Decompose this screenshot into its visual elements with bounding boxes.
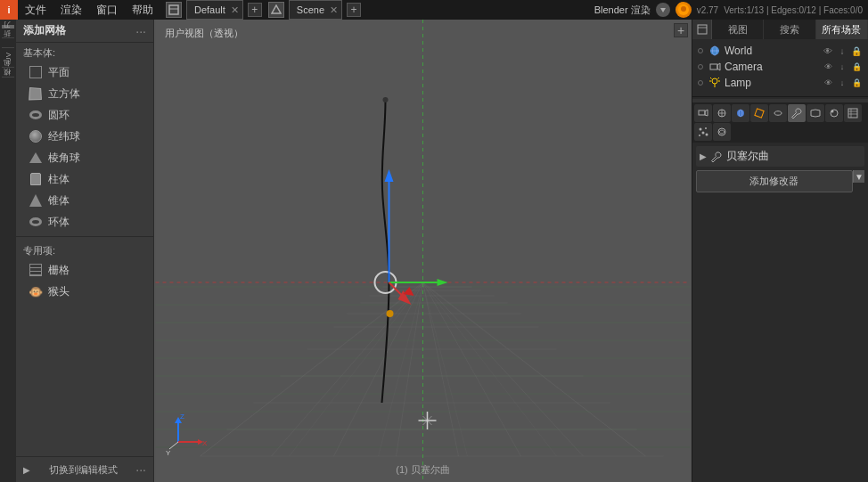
grid-label: 栅格 xyxy=(48,263,70,278)
mesh-item-uvsphere[interactable]: 经纬球 xyxy=(20,127,150,146)
menu-file[interactable]: 文件 xyxy=(18,0,53,20)
mesh-item-cone[interactable]: 锥体 xyxy=(20,191,150,210)
left-panel: 添加网格 ··· 基本体: 平面 立方体 圆环 经纬球 xyxy=(16,20,154,482)
scene-editor-icon[interactable] xyxy=(268,2,284,18)
mesh-item-monkey[interactable]: 🐵 猴头 xyxy=(20,282,150,301)
mesh-item-plane[interactable]: 平面 xyxy=(20,62,150,82)
lamp-icon xyxy=(708,77,721,89)
mesh-item-circle[interactable]: 圆环 xyxy=(20,105,150,125)
lamp-expand xyxy=(698,80,703,86)
camera-vis-2[interactable]: ↓ xyxy=(836,61,848,73)
tab-all-scenes[interactable]: 所有场景 xyxy=(816,20,868,39)
add-modifier-btn[interactable]: 添加修改器 xyxy=(696,170,853,192)
prop-tab-particles[interactable] xyxy=(694,123,712,141)
world-icon xyxy=(708,45,721,57)
svg-line-65 xyxy=(169,442,178,449)
lamp-vis-3[interactable]: 🔒 xyxy=(850,77,863,89)
right-panel: 视图 搜索 所有场景 World 👁 ↓ � xyxy=(692,20,868,482)
tab-search[interactable]: 搜索 xyxy=(764,20,815,39)
scene-item-lamp[interactable]: Lamp 👁 ↓ 🔒 xyxy=(692,75,868,91)
modifier-header[interactable]: ▶ 贝塞尔曲 xyxy=(696,146,864,167)
toolbar-group-5[interactable]: 模 xyxy=(4,80,13,84)
world-vis-3[interactable]: 🔒 xyxy=(850,45,863,57)
menu-render[interactable]: 渲染 xyxy=(53,0,89,20)
svg-point-45 xyxy=(383,97,389,102)
bottom-dots[interactable]: ··· xyxy=(135,462,146,477)
mesh-item-cube[interactable]: 立方体 xyxy=(20,84,150,103)
scene-tab[interactable]: Scene ✕ xyxy=(289,0,342,20)
scene-panel-icon[interactable] xyxy=(692,20,712,39)
prop-tab-scene[interactable] xyxy=(713,104,731,122)
prop-tab-constraints[interactable] xyxy=(769,104,787,122)
cone-icon xyxy=(27,192,45,208)
toolbar-group-4[interactable]: 包 xyxy=(4,70,13,74)
mesh-item-torus[interactable]: 环体 xyxy=(20,212,150,232)
world-vis-2[interactable]: ↓ xyxy=(836,45,848,57)
camera-vis-1[interactable]: 👁 xyxy=(822,61,834,73)
version-label: v2.77 xyxy=(697,5,718,15)
grid-icon xyxy=(27,262,45,278)
svg-text:Y: Y xyxy=(166,449,171,455)
add-tab-btn[interactable]: + xyxy=(248,3,262,17)
prop-tab-world[interactable] xyxy=(732,104,749,122)
renderer-dropdown[interactable] xyxy=(656,3,670,17)
viewport-svg xyxy=(154,20,692,482)
svg-marker-3 xyxy=(660,8,666,12)
toolbar-group-2[interactable]: 折 xyxy=(4,41,13,45)
cylinder-label: 柱体 xyxy=(48,172,70,187)
add-scene-tab-btn[interactable]: + xyxy=(347,3,361,17)
mesh-item-icosphere[interactable]: 棱角球 xyxy=(20,148,150,167)
mesh-item-grid[interactable]: 栅格 xyxy=(20,260,150,280)
default-tab[interactable]: Default ✕ xyxy=(186,0,243,20)
scene-tab-close[interactable]: ✕ xyxy=(330,4,338,16)
top-bar: i 文件 渲染 窗口 帮助 Default ✕ + Scene ✕ + Blen… xyxy=(0,0,868,20)
viewport[interactable]: 用户视图（透视） + Z X Y (1) 贝塞尔曲 xyxy=(154,20,692,482)
menu-window[interactable]: 窗口 xyxy=(89,0,125,20)
world-expand xyxy=(698,48,703,53)
tab-view[interactable]: 视图 xyxy=(712,20,764,39)
camera-expand xyxy=(698,64,703,69)
svg-point-5 xyxy=(681,6,686,12)
scene-item-camera[interactable]: Camera 👁 ↓ 🔒 xyxy=(692,59,868,75)
monkey-label: 猴头 xyxy=(48,284,70,299)
svg-text:X: X xyxy=(202,439,208,447)
lamp-vis-2[interactable]: ↓ xyxy=(836,77,848,89)
add-modifier-dropdown[interactable]: ▼ xyxy=(853,170,864,183)
prop-tab-modifiers[interactable] xyxy=(788,104,806,122)
svg-point-47 xyxy=(387,310,394,317)
mesh-item-cylinder[interactable]: 柱体 xyxy=(20,169,150,189)
left-panel-title: 添加网格 xyxy=(23,23,66,38)
svg-point-98 xyxy=(706,134,708,136)
svg-rect-80 xyxy=(699,110,705,115)
lamp-vis-1[interactable]: 👁 xyxy=(822,77,834,89)
world-icons-right: 👁 ↓ 🔒 xyxy=(822,45,863,57)
toolbar-divider-1 xyxy=(2,25,14,29)
prop-tab-texture[interactable] xyxy=(844,104,862,122)
torus-label: 环体 xyxy=(48,215,70,230)
prop-tab-render[interactable] xyxy=(694,104,712,122)
prop-tab-object[interactable] xyxy=(750,104,768,122)
left-panel-collapse[interactable]: ··· xyxy=(135,24,146,38)
prop-tab-material[interactable] xyxy=(825,104,843,122)
toolbar-group-3[interactable]: UV xyxy=(4,51,12,64)
toggle-edit-mode[interactable]: ▶ 切换到编辑模式 ··· xyxy=(16,456,153,482)
blender-logo xyxy=(676,2,692,18)
default-tab-close[interactable]: ✕ xyxy=(231,4,239,16)
world-vis-1[interactable]: 👁 xyxy=(822,45,834,57)
header-triangle: ▶ xyxy=(700,151,707,161)
prop-tab-data[interactable] xyxy=(807,104,824,122)
camera-vis-3[interactable]: 🔒 xyxy=(850,61,863,73)
circle-label: 圆环 xyxy=(48,108,70,123)
viewport-corner-plus[interactable]: + xyxy=(674,23,688,37)
top-right-info: Blender 渲染 v2.77 Verts:1/13 | Edges:0/12… xyxy=(594,2,868,18)
menu-help[interactable]: 帮助 xyxy=(125,0,160,20)
world-label: World xyxy=(725,45,752,57)
cube-label: 立方体 xyxy=(48,86,80,102)
right-panel-divider-1 xyxy=(692,96,868,97)
icosphere-label: 棱角球 xyxy=(48,151,80,166)
viewport-label: 用户视图（透视） xyxy=(165,27,243,40)
prop-tab-physics[interactable] xyxy=(713,123,731,141)
editor-type-icon[interactable] xyxy=(166,2,182,18)
scene-item-world[interactable]: World 👁 ↓ 🔒 xyxy=(692,43,868,59)
toolbar-group-1[interactable]: 刀 xyxy=(4,31,13,35)
